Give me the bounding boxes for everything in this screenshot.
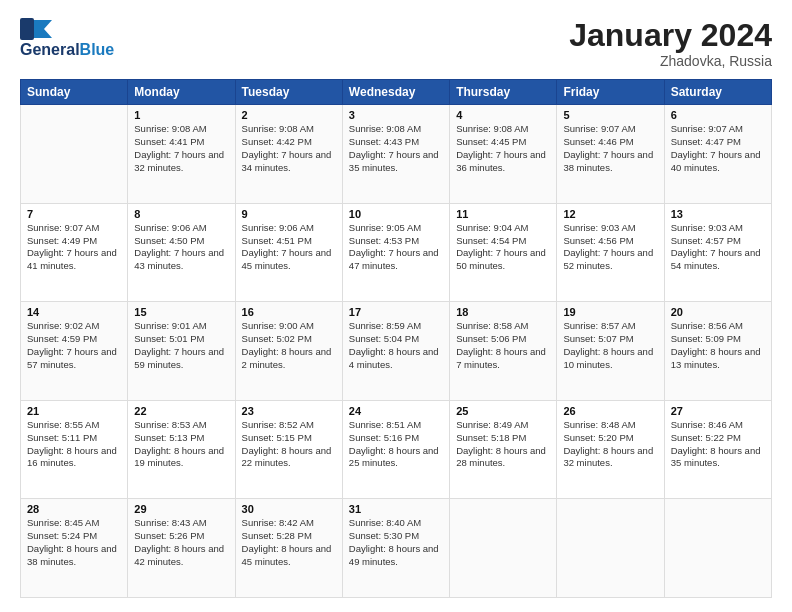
week-row-3: 14Sunrise: 9:02 AMSunset: 4:59 PMDayligh… [21, 302, 772, 401]
calendar-cell: 11Sunrise: 9:04 AMSunset: 4:54 PMDayligh… [450, 203, 557, 302]
calendar-table: SundayMondayTuesdayWednesdayThursdayFrid… [20, 79, 772, 598]
cell-details: Sunrise: 9:08 AMSunset: 4:42 PMDaylight:… [242, 123, 336, 174]
logo-icon [20, 18, 52, 40]
cell-details: Sunrise: 9:01 AMSunset: 5:01 PMDaylight:… [134, 320, 228, 371]
calendar-cell: 19Sunrise: 8:57 AMSunset: 5:07 PMDayligh… [557, 302, 664, 401]
title-area: January 2024 Zhadovka, Russia [569, 18, 772, 69]
day-number: 7 [27, 208, 121, 220]
day-number: 23 [242, 405, 336, 417]
day-number: 27 [671, 405, 765, 417]
day-number: 25 [456, 405, 550, 417]
weekday-header-monday: Monday [128, 80, 235, 105]
week-row-1: 1Sunrise: 9:08 AMSunset: 4:41 PMDaylight… [21, 105, 772, 204]
calendar-cell: 26Sunrise: 8:48 AMSunset: 5:20 PMDayligh… [557, 400, 664, 499]
calendar-cell: 10Sunrise: 9:05 AMSunset: 4:53 PMDayligh… [342, 203, 449, 302]
logo-general: General [20, 41, 80, 59]
day-number: 21 [27, 405, 121, 417]
cell-details: Sunrise: 9:07 AMSunset: 4:46 PMDaylight:… [563, 123, 657, 174]
cell-details: Sunrise: 8:49 AMSunset: 5:18 PMDaylight:… [456, 419, 550, 470]
day-number: 11 [456, 208, 550, 220]
cell-details: Sunrise: 8:58 AMSunset: 5:06 PMDaylight:… [456, 320, 550, 371]
calendar-cell: 28Sunrise: 8:45 AMSunset: 5:24 PMDayligh… [21, 499, 128, 598]
cell-details: Sunrise: 8:51 AMSunset: 5:16 PMDaylight:… [349, 419, 443, 470]
cell-details: Sunrise: 9:04 AMSunset: 4:54 PMDaylight:… [456, 222, 550, 273]
cell-details: Sunrise: 9:07 AMSunset: 4:47 PMDaylight:… [671, 123, 765, 174]
day-number: 12 [563, 208, 657, 220]
cell-details: Sunrise: 9:02 AMSunset: 4:59 PMDaylight:… [27, 320, 121, 371]
calendar-cell: 16Sunrise: 9:00 AMSunset: 5:02 PMDayligh… [235, 302, 342, 401]
cell-details: Sunrise: 8:40 AMSunset: 5:30 PMDaylight:… [349, 517, 443, 568]
cell-details: Sunrise: 8:57 AMSunset: 5:07 PMDaylight:… [563, 320, 657, 371]
calendar-cell: 5Sunrise: 9:07 AMSunset: 4:46 PMDaylight… [557, 105, 664, 204]
cell-details: Sunrise: 9:00 AMSunset: 5:02 PMDaylight:… [242, 320, 336, 371]
cell-details: Sunrise: 9:08 AMSunset: 4:43 PMDaylight:… [349, 123, 443, 174]
calendar-cell: 24Sunrise: 8:51 AMSunset: 5:16 PMDayligh… [342, 400, 449, 499]
day-number: 26 [563, 405, 657, 417]
cell-details: Sunrise: 8:42 AMSunset: 5:28 PMDaylight:… [242, 517, 336, 568]
calendar-cell: 29Sunrise: 8:43 AMSunset: 5:26 PMDayligh… [128, 499, 235, 598]
day-number: 30 [242, 503, 336, 515]
cell-details: Sunrise: 8:48 AMSunset: 5:20 PMDaylight:… [563, 419, 657, 470]
weekday-header-row: SundayMondayTuesdayWednesdayThursdayFrid… [21, 80, 772, 105]
calendar-cell: 18Sunrise: 8:58 AMSunset: 5:06 PMDayligh… [450, 302, 557, 401]
cell-details: Sunrise: 9:07 AMSunset: 4:49 PMDaylight:… [27, 222, 121, 273]
week-row-4: 21Sunrise: 8:55 AMSunset: 5:11 PMDayligh… [21, 400, 772, 499]
calendar-cell: 22Sunrise: 8:53 AMSunset: 5:13 PMDayligh… [128, 400, 235, 499]
calendar-cell: 31Sunrise: 8:40 AMSunset: 5:30 PMDayligh… [342, 499, 449, 598]
calendar-cell: 6Sunrise: 9:07 AMSunset: 4:47 PMDaylight… [664, 105, 771, 204]
cell-details: Sunrise: 8:59 AMSunset: 5:04 PMDaylight:… [349, 320, 443, 371]
weekday-header-wednesday: Wednesday [342, 80, 449, 105]
cell-details: Sunrise: 8:56 AMSunset: 5:09 PMDaylight:… [671, 320, 765, 371]
day-number: 20 [671, 306, 765, 318]
calendar-cell [557, 499, 664, 598]
calendar-cell: 20Sunrise: 8:56 AMSunset: 5:09 PMDayligh… [664, 302, 771, 401]
logo-blue-text: Blue [80, 41, 115, 59]
day-number: 15 [134, 306, 228, 318]
week-row-5: 28Sunrise: 8:45 AMSunset: 5:24 PMDayligh… [21, 499, 772, 598]
day-number: 22 [134, 405, 228, 417]
day-number: 29 [134, 503, 228, 515]
calendar-cell: 14Sunrise: 9:02 AMSunset: 4:59 PMDayligh… [21, 302, 128, 401]
cell-details: Sunrise: 9:05 AMSunset: 4:53 PMDaylight:… [349, 222, 443, 273]
cell-details: Sunrise: 9:06 AMSunset: 4:50 PMDaylight:… [134, 222, 228, 273]
calendar-cell [450, 499, 557, 598]
cell-details: Sunrise: 8:45 AMSunset: 5:24 PMDaylight:… [27, 517, 121, 568]
calendar-cell: 15Sunrise: 9:01 AMSunset: 5:01 PMDayligh… [128, 302, 235, 401]
day-number: 2 [242, 109, 336, 121]
cell-details: Sunrise: 9:08 AMSunset: 4:41 PMDaylight:… [134, 123, 228, 174]
day-number: 4 [456, 109, 550, 121]
weekday-header-friday: Friday [557, 80, 664, 105]
calendar-cell: 13Sunrise: 9:03 AMSunset: 4:57 PMDayligh… [664, 203, 771, 302]
calendar-cell: 4Sunrise: 9:08 AMSunset: 4:45 PMDaylight… [450, 105, 557, 204]
cell-details: Sunrise: 9:03 AMSunset: 4:57 PMDaylight:… [671, 222, 765, 273]
day-number: 8 [134, 208, 228, 220]
day-number: 1 [134, 109, 228, 121]
cell-details: Sunrise: 8:55 AMSunset: 5:11 PMDaylight:… [27, 419, 121, 470]
weekday-header-tuesday: Tuesday [235, 80, 342, 105]
calendar-cell [664, 499, 771, 598]
calendar-cell [21, 105, 128, 204]
svg-rect-0 [20, 18, 34, 40]
day-number: 28 [27, 503, 121, 515]
calendar-cell: 27Sunrise: 8:46 AMSunset: 5:22 PMDayligh… [664, 400, 771, 499]
weekday-header-thursday: Thursday [450, 80, 557, 105]
calendar-cell: 9Sunrise: 9:06 AMSunset: 4:51 PMDaylight… [235, 203, 342, 302]
header: General Blue January 2024 Zhadovka, Russ… [20, 18, 772, 69]
cell-details: Sunrise: 9:08 AMSunset: 4:45 PMDaylight:… [456, 123, 550, 174]
cell-details: Sunrise: 8:46 AMSunset: 5:22 PMDaylight:… [671, 419, 765, 470]
day-number: 18 [456, 306, 550, 318]
calendar-cell: 3Sunrise: 9:08 AMSunset: 4:43 PMDaylight… [342, 105, 449, 204]
page: General Blue January 2024 Zhadovka, Russ… [0, 0, 792, 612]
day-number: 6 [671, 109, 765, 121]
svg-marker-1 [34, 20, 52, 38]
calendar-cell: 1Sunrise: 9:08 AMSunset: 4:41 PMDaylight… [128, 105, 235, 204]
calendar-cell: 2Sunrise: 9:08 AMSunset: 4:42 PMDaylight… [235, 105, 342, 204]
calendar-cell: 30Sunrise: 8:42 AMSunset: 5:28 PMDayligh… [235, 499, 342, 598]
calendar-cell: 25Sunrise: 8:49 AMSunset: 5:18 PMDayligh… [450, 400, 557, 499]
day-number: 16 [242, 306, 336, 318]
page-subtitle: Zhadovka, Russia [569, 53, 772, 69]
day-number: 9 [242, 208, 336, 220]
weekday-header-saturday: Saturday [664, 80, 771, 105]
day-number: 3 [349, 109, 443, 121]
calendar-cell: 8Sunrise: 9:06 AMSunset: 4:50 PMDaylight… [128, 203, 235, 302]
